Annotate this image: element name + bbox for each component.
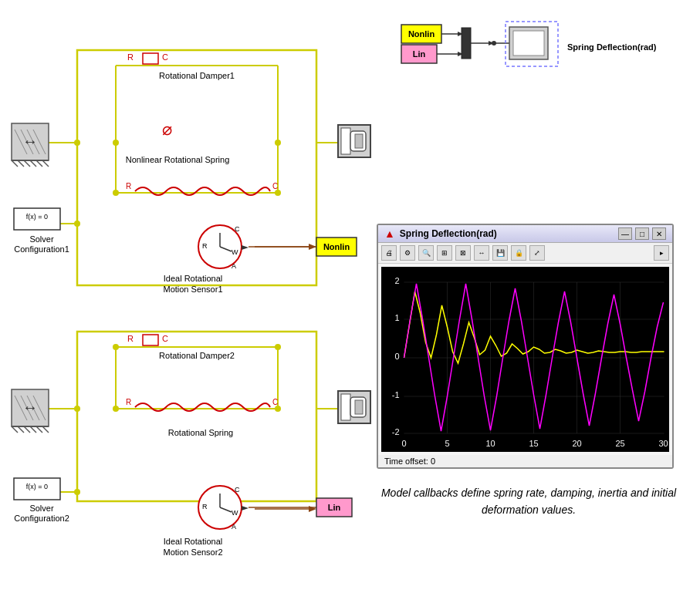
- svg-line-47: [30, 160, 36, 167]
- solver-config2-label: SolverConfiguration2: [14, 504, 69, 524]
- svg-text:10: 10: [485, 439, 495, 448]
- svg-marker-14: [309, 244, 316, 250]
- svg-line-54: [33, 396, 46, 420]
- zoom-in-button[interactable]: 🔍: [418, 245, 434, 261]
- svg-text:Lin: Lin: [328, 503, 341, 512]
- svg-point-35: [113, 344, 119, 350]
- svg-text:0: 0: [394, 352, 399, 361]
- svg-point-33: [113, 406, 119, 412]
- svg-rect-0: [77, 50, 316, 285]
- svg-rect-68: [341, 394, 350, 420]
- svg-point-26: [74, 221, 80, 227]
- svg-rect-72: [143, 53, 158, 64]
- help-button[interactable]: ▸: [654, 245, 669, 261]
- callbacks-description: Model callbacks define spring rate, damp…: [378, 484, 679, 519]
- rotational-damper1-label: Rotational Damper1: [135, 71, 259, 80]
- svg-rect-70: [355, 400, 363, 414]
- svg-rect-100: [14, 208, 60, 230]
- zoom-region-button[interactable]: ⊞: [437, 245, 452, 261]
- minimize-button[interactable]: —: [618, 227, 632, 240]
- svg-text:Spring Deflection(rad): Spring Deflection(rad): [567, 42, 657, 52]
- svg-point-32: [74, 489, 80, 495]
- svg-text:f(x) = 0: f(x) = 0: [26, 483, 48, 490]
- svg-text:0: 0: [401, 439, 406, 448]
- save-button[interactable]: 💾: [492, 245, 508, 261]
- svg-point-29: [113, 190, 119, 196]
- svg-rect-69: [350, 397, 366, 417]
- svg-text:-1: -1: [392, 390, 400, 399]
- maximize-button[interactable]: □: [635, 227, 649, 240]
- svg-marker-118: [489, 41, 494, 45]
- rotational-damper2-label: Rotational Damper2: [135, 351, 259, 360]
- svg-text:↔: ↔: [22, 133, 38, 150]
- svg-rect-64: [341, 128, 350, 154]
- svg-marker-24: [309, 506, 316, 512]
- svg-marker-98: [242, 506, 249, 510]
- svg-text:C: C: [162, 334, 168, 343]
- svg-text:2: 2: [394, 276, 399, 285]
- svg-rect-121: [509, 27, 548, 59]
- svg-point-30: [275, 190, 281, 196]
- scope-window: ▲ Spring Deflection(rad) — □ ✕ 🖨 ⚙ 🔍 ⊞ ⊠…: [377, 224, 674, 469]
- svg-point-91: [198, 486, 242, 529]
- svg-line-45: [18, 160, 24, 167]
- svg-line-59: [24, 426, 30, 433]
- svg-line-46: [24, 160, 30, 167]
- svg-text:R: R: [126, 398, 131, 406]
- svg-text:C: C: [162, 52, 168, 62]
- svg-line-49: [42, 160, 49, 167]
- svg-line-38: [15, 130, 27, 154]
- svg-line-58: [18, 426, 24, 433]
- svg-text:C: C: [272, 398, 278, 406]
- svg-rect-123: [506, 22, 558, 66]
- svg-rect-37: [12, 123, 49, 160]
- close-button[interactable]: ✕: [652, 227, 666, 240]
- svg-marker-115: [458, 52, 463, 56]
- time-offset-label: Time offset:: [384, 457, 428, 466]
- scope-controls[interactable]: — □ ✕: [618, 227, 666, 240]
- svg-rect-65: [350, 131, 366, 151]
- settings-button[interactable]: ⚙: [400, 245, 415, 261]
- export-button[interactable]: ⤢: [529, 245, 545, 261]
- scope-title-text: Spring Deflection(rad): [400, 228, 497, 239]
- svg-text:R: R: [126, 182, 131, 190]
- svg-text:20: 20: [572, 439, 581, 448]
- svg-rect-104: [316, 238, 357, 256]
- svg-rect-108: [401, 25, 441, 43]
- scope-plot: 2 1 0 -1 -2 0 5 10 15 20 25 30: [381, 267, 669, 452]
- svg-text:W: W: [232, 248, 238, 256]
- svg-rect-116: [462, 28, 471, 59]
- svg-line-84: [220, 247, 232, 251]
- svg-text:A: A: [232, 523, 236, 531]
- svg-line-62: [42, 426, 49, 433]
- svg-line-60: [30, 426, 36, 433]
- svg-point-120: [492, 41, 496, 45]
- svg-line-44: [12, 160, 18, 167]
- lock-button[interactable]: 🔒: [511, 245, 526, 261]
- svg-text:C: C: [235, 225, 240, 233]
- svg-text:R: R: [127, 52, 134, 62]
- ideal-sensor1-label: Ideal RotationalMotion Sensor1: [131, 273, 255, 295]
- svg-text:Lin: Lin: [413, 49, 426, 59]
- callbacks-text-content: Model callbacks define spring rate, damp…: [381, 487, 676, 516]
- svg-point-36: [275, 344, 281, 350]
- zoom-out-button[interactable]: ⊠: [455, 245, 471, 261]
- svg-text:W: W: [232, 509, 238, 517]
- svg-text:A: A: [232, 262, 236, 270]
- svg-line-52: [21, 396, 33, 420]
- svg-text:25: 25: [615, 439, 624, 448]
- print-button[interactable]: 🖨: [381, 245, 397, 261]
- svg-point-28: [275, 140, 281, 146]
- svg-text:R: R: [202, 503, 208, 510]
- svg-text:⌀: ⌀: [162, 120, 172, 139]
- svg-text:R: R: [127, 334, 134, 343]
- svg-point-82: [198, 225, 242, 268]
- svg-line-41: [33, 130, 46, 154]
- svg-text:15: 15: [529, 439, 538, 448]
- svg-line-40: [27, 130, 39, 154]
- svg-text:C: C: [272, 182, 278, 190]
- svg-rect-122: [513, 31, 544, 56]
- svg-line-39: [21, 130, 33, 154]
- autoscale-button[interactable]: ↔: [474, 245, 489, 261]
- svg-line-51: [15, 396, 27, 420]
